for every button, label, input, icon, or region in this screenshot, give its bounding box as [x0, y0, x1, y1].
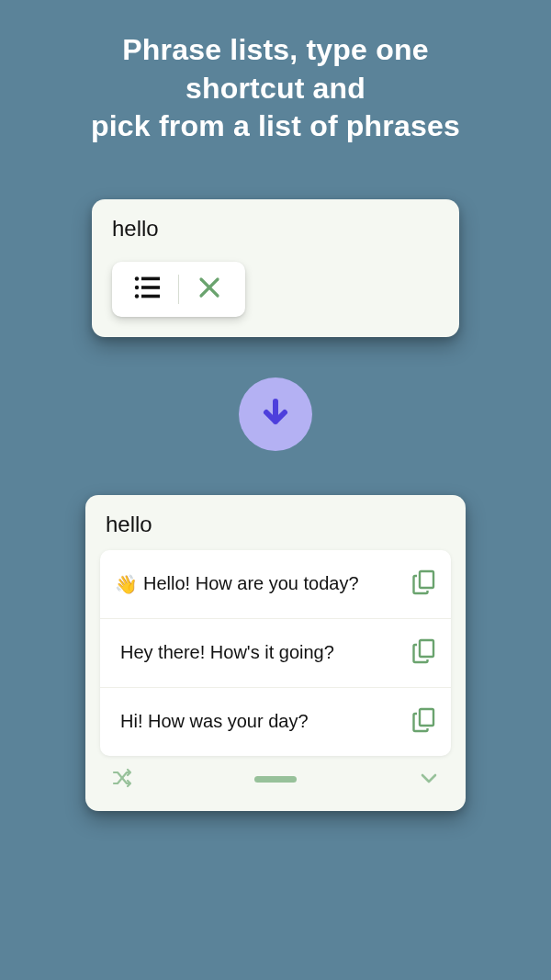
copy-icon: [412, 569, 436, 599]
svg-point-4: [135, 294, 139, 298]
phrase-item[interactable]: Hey there! How's it going?: [100, 619, 451, 688]
shortcut-input-card: hello: [92, 199, 459, 337]
svg-rect-8: [420, 571, 433, 588]
svg-rect-3: [141, 286, 160, 289]
phrase-emoji: 👋: [115, 573, 138, 595]
headline-line-1: Phrase lists, type one: [91, 31, 460, 70]
copy-button[interactable]: [410, 639, 438, 667]
svg-rect-9: [420, 640, 433, 657]
copy-icon: [412, 707, 436, 737]
svg-point-0: [135, 276, 139, 280]
copy-button[interactable]: [410, 708, 438, 736]
headline-line-3: pick from a list of phrases: [91, 107, 460, 146]
phrase-item[interactable]: 👋 Hello! How are you today?: [100, 550, 451, 619]
close-icon: [197, 276, 221, 303]
phrase-text: Hi! How was your day?: [115, 711, 309, 732]
shuffle-button[interactable]: [111, 767, 133, 793]
close-button[interactable]: [188, 271, 231, 308]
phrase-item[interactable]: Hi! How was your day?: [100, 688, 451, 756]
headline-line-2: shortcut and: [91, 70, 460, 108]
phrase-list: 👋 Hello! How are you today? Hey there! H…: [100, 550, 451, 756]
svg-point-2: [135, 286, 139, 289]
phrase-text: 👋 Hello! How are you today?: [115, 573, 359, 595]
copy-icon: [412, 638, 436, 668]
typed-shortcut-text-2: hello: [106, 512, 451, 537]
shuffle-icon: [111, 776, 133, 792]
svg-rect-10: [420, 709, 433, 726]
phrase-list-card: hello 👋 Hello! How are you today? Hey th…: [85, 495, 466, 811]
phrase-text: Hey there! How's it going?: [115, 642, 334, 663]
toolbar-divider: [178, 275, 179, 304]
list-button[interactable]: [127, 271, 169, 308]
list-icon: [134, 276, 162, 303]
phrase-label: Hi! How was your day?: [120, 711, 309, 732]
suggestion-toolbar: [112, 262, 245, 317]
phrase-list-footer: [100, 760, 451, 796]
headline: Phrase lists, type one shortcut and pick…: [91, 31, 460, 146]
svg-rect-1: [141, 276, 160, 280]
phrase-label: Hello! How are you today?: [143, 573, 359, 594]
svg-rect-5: [141, 294, 160, 298]
chevron-down-icon: [418, 776, 440, 792]
arrow-down-indicator: [239, 377, 312, 451]
drag-handle[interactable]: [254, 776, 297, 783]
arrow-down-icon: [257, 394, 294, 434]
typed-shortcut-text: hello: [112, 216, 444, 242]
phrase-label: Hey there! How's it going?: [120, 642, 334, 663]
copy-button[interactable]: [410, 570, 438, 598]
expand-button[interactable]: [418, 767, 440, 793]
